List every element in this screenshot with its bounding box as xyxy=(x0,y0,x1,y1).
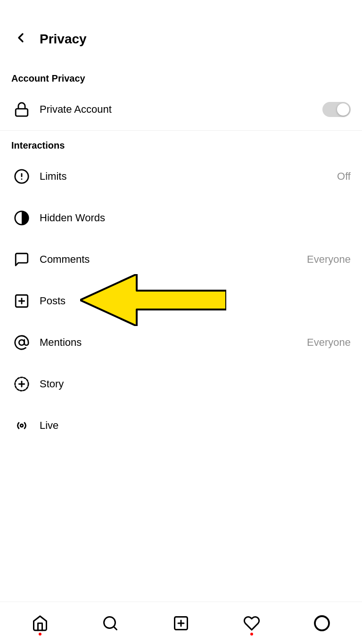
home-icon xyxy=(32,615,49,632)
mentions-value: Everyone xyxy=(307,336,351,349)
arrow-annotation xyxy=(80,274,226,328)
page-title: Privacy xyxy=(40,32,87,47)
private-account-label: Private Account xyxy=(40,103,322,116)
bottom-nav xyxy=(0,602,362,644)
hidden-words-item[interactable]: Hidden Words xyxy=(0,197,362,239)
limits-icon xyxy=(11,166,32,187)
comments-label: Comments xyxy=(40,253,307,266)
home-notification-dot xyxy=(39,633,41,636)
toggle-knob xyxy=(337,103,349,116)
limits-label: Limits xyxy=(40,170,337,183)
heart-icon xyxy=(243,615,260,632)
nav-item-activity[interactable] xyxy=(233,609,271,637)
private-account-toggle[interactable] xyxy=(322,102,351,117)
lock-icon xyxy=(11,99,32,120)
svg-marker-8 xyxy=(80,274,226,326)
mentions-icon xyxy=(11,332,32,353)
mentions-label: Mentions xyxy=(40,336,307,349)
nav-item-profile[interactable] xyxy=(303,609,341,637)
limits-item[interactable]: Limits Off xyxy=(0,156,362,197)
mentions-item[interactable]: Mentions Everyone xyxy=(0,322,362,363)
live-item[interactable]: Live xyxy=(0,405,362,446)
interactions-section-label: Interactions xyxy=(0,131,362,156)
live-label: Live xyxy=(40,419,351,432)
nav-item-home[interactable] xyxy=(21,609,59,637)
profile-icon xyxy=(313,615,330,632)
nav-item-search[interactable] xyxy=(91,609,129,637)
svg-point-9 xyxy=(19,340,24,345)
nav-item-create[interactable] xyxy=(162,609,200,637)
story-label: Story xyxy=(40,378,351,390)
back-button[interactable] xyxy=(11,28,30,50)
posts-item[interactable]: Posts xyxy=(0,280,362,322)
svg-point-13 xyxy=(20,424,23,427)
content-area: Account Privacy Private Account Interact… xyxy=(0,64,362,493)
limits-value: Off xyxy=(337,170,351,183)
hidden-words-label: Hidden Words xyxy=(40,212,351,224)
private-account-item[interactable]: Private Account xyxy=(0,89,362,130)
account-privacy-section-label: Account Privacy xyxy=(0,64,362,89)
header: Privacy xyxy=(0,0,362,64)
story-item[interactable]: Story xyxy=(0,363,362,405)
hidden-words-icon xyxy=(11,208,32,228)
toggle-switch[interactable] xyxy=(322,102,351,117)
comments-icon xyxy=(11,249,32,270)
svg-line-15 xyxy=(114,626,117,629)
svg-point-19 xyxy=(315,616,329,630)
search-icon xyxy=(102,615,119,632)
svg-rect-0 xyxy=(16,109,28,117)
create-icon xyxy=(173,615,189,632)
yellow-arrow-icon xyxy=(80,274,226,326)
posts-icon xyxy=(11,291,32,311)
comments-value: Everyone xyxy=(307,253,351,266)
story-icon xyxy=(11,374,32,394)
live-icon xyxy=(11,415,32,436)
activity-notification-dot xyxy=(250,633,253,636)
